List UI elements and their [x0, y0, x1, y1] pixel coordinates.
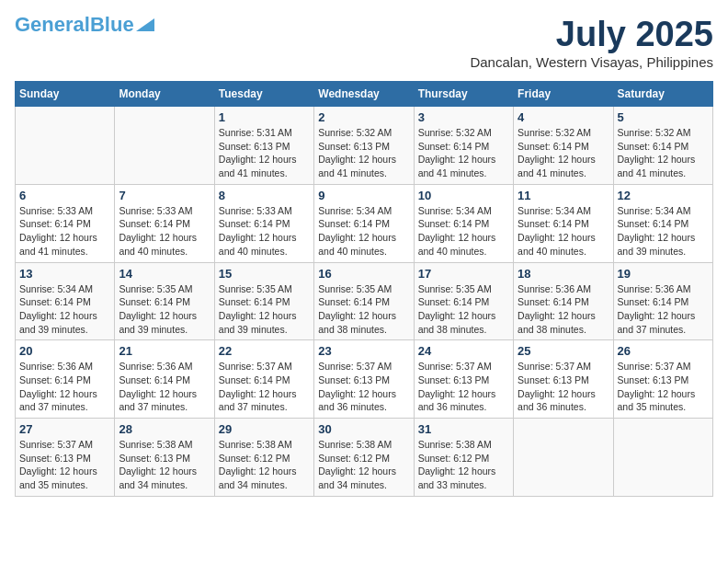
day-info: Sunrise: 5:37 AMSunset: 6:13 PMDaylight:…	[318, 361, 396, 412]
calendar-table: Sunday Monday Tuesday Wednesday Thursday…	[15, 81, 713, 497]
day-cell	[613, 419, 712, 497]
day-number: 13	[19, 267, 110, 281]
day-info: Sunrise: 5:36 AMSunset: 6:14 PMDaylight:…	[618, 283, 696, 335]
col-friday: Friday	[514, 82, 613, 107]
logo: GeneralBlue	[15, 15, 154, 35]
day-number: 29	[219, 422, 310, 436]
day-info: Sunrise: 5:37 AMSunset: 6:13 PMDaylight:…	[19, 439, 97, 490]
logo-icon	[136, 15, 154, 33]
day-info: Sunrise: 5:37 AMSunset: 6:14 PMDaylight:…	[219, 361, 297, 412]
day-info: Sunrise: 5:37 AMSunset: 6:13 PMDaylight:…	[418, 361, 496, 412]
day-number: 23	[318, 344, 409, 358]
day-number: 26	[618, 344, 709, 358]
day-cell: 20Sunrise: 5:36 AMSunset: 6:14 PMDayligh…	[16, 340, 115, 419]
day-number: 24	[418, 344, 509, 358]
day-cell: 28Sunrise: 5:38 AMSunset: 6:13 PMDayligh…	[115, 419, 214, 497]
day-info: Sunrise: 5:33 AMSunset: 6:14 PMDaylight:…	[219, 205, 297, 257]
week-row-3: 13Sunrise: 5:34 AMSunset: 6:14 PMDayligh…	[16, 262, 713, 340]
day-info: Sunrise: 5:38 AMSunset: 6:12 PMDaylight:…	[219, 439, 297, 490]
day-cell: 14Sunrise: 5:35 AMSunset: 6:14 PMDayligh…	[115, 262, 214, 340]
day-number: 16	[318, 267, 409, 281]
day-cell: 9Sunrise: 5:34 AMSunset: 6:14 PMDaylight…	[314, 184, 414, 262]
day-cell: 6Sunrise: 5:33 AMSunset: 6:14 PMDaylight…	[16, 184, 115, 262]
day-info: Sunrise: 5:38 AMSunset: 6:12 PMDaylight:…	[418, 439, 496, 490]
day-info: Sunrise: 5:34 AMSunset: 6:14 PMDaylight:…	[19, 283, 97, 335]
month-title: July 2025	[470, 15, 713, 54]
day-number: 2	[318, 110, 409, 124]
day-info: Sunrise: 5:34 AMSunset: 6:14 PMDaylight:…	[618, 205, 696, 257]
logo-text: GeneralBlue	[15, 15, 134, 35]
logo-general: General	[15, 13, 90, 36]
day-info: Sunrise: 5:34 AMSunset: 6:14 PMDaylight:…	[418, 205, 496, 257]
week-row-2: 6Sunrise: 5:33 AMSunset: 6:14 PMDaylight…	[16, 184, 713, 262]
day-cell: 16Sunrise: 5:35 AMSunset: 6:14 PMDayligh…	[314, 262, 414, 340]
day-number: 31	[418, 422, 509, 436]
day-info: Sunrise: 5:32 AMSunset: 6:14 PMDaylight:…	[518, 127, 596, 178]
col-thursday: Thursday	[414, 82, 513, 107]
day-info: Sunrise: 5:33 AMSunset: 6:14 PMDaylight:…	[119, 205, 197, 257]
day-number: 18	[518, 267, 609, 281]
day-number: 20	[19, 344, 110, 358]
day-cell: 24Sunrise: 5:37 AMSunset: 6:13 PMDayligh…	[414, 340, 513, 419]
day-number: 21	[119, 344, 210, 358]
title-block: July 2025 Dancalan, Western Visayas, Phi…	[470, 15, 713, 70]
col-monday: Monday	[115, 82, 214, 107]
day-info: Sunrise: 5:32 AMSunset: 6:14 PMDaylight:…	[618, 127, 696, 178]
day-cell	[115, 107, 214, 185]
day-number: 19	[618, 267, 709, 281]
day-info: Sunrise: 5:31 AMSunset: 6:13 PMDaylight:…	[219, 127, 297, 178]
day-number: 15	[219, 267, 310, 281]
col-sunday: Sunday	[16, 82, 115, 107]
col-tuesday: Tuesday	[214, 82, 313, 107]
day-number: 1	[219, 110, 310, 124]
day-number: 3	[418, 110, 509, 124]
day-number: 30	[318, 422, 409, 436]
week-row-1: 1Sunrise: 5:31 AMSunset: 6:13 PMDaylight…	[16, 107, 713, 185]
day-number: 6	[19, 189, 110, 202]
day-info: Sunrise: 5:36 AMSunset: 6:14 PMDaylight:…	[19, 361, 97, 412]
day-number: 25	[518, 344, 609, 358]
col-saturday: Saturday	[613, 82, 712, 107]
day-number: 7	[119, 189, 210, 202]
logo-blue: Blue	[90, 13, 134, 36]
col-wednesday: Wednesday	[314, 82, 414, 107]
day-info: Sunrise: 5:35 AMSunset: 6:14 PMDaylight:…	[219, 283, 297, 335]
day-info: Sunrise: 5:33 AMSunset: 6:14 PMDaylight:…	[19, 205, 97, 257]
week-row-4: 20Sunrise: 5:36 AMSunset: 6:14 PMDayligh…	[16, 340, 713, 419]
day-cell: 31Sunrise: 5:38 AMSunset: 6:12 PMDayligh…	[414, 419, 513, 497]
day-info: Sunrise: 5:34 AMSunset: 6:14 PMDaylight:…	[518, 205, 596, 257]
day-number: 9	[318, 189, 409, 202]
day-info: Sunrise: 5:35 AMSunset: 6:14 PMDaylight:…	[418, 283, 496, 335]
day-cell: 3Sunrise: 5:32 AMSunset: 6:14 PMDaylight…	[414, 107, 513, 185]
day-info: Sunrise: 5:38 AMSunset: 6:13 PMDaylight:…	[119, 439, 197, 490]
day-info: Sunrise: 5:36 AMSunset: 6:14 PMDaylight:…	[518, 283, 596, 335]
day-cell: 1Sunrise: 5:31 AMSunset: 6:13 PMDaylight…	[214, 107, 313, 185]
day-cell: 30Sunrise: 5:38 AMSunset: 6:12 PMDayligh…	[314, 419, 414, 497]
day-cell: 22Sunrise: 5:37 AMSunset: 6:14 PMDayligh…	[214, 340, 313, 419]
week-row-5: 27Sunrise: 5:37 AMSunset: 6:13 PMDayligh…	[16, 419, 713, 497]
day-cell: 23Sunrise: 5:37 AMSunset: 6:13 PMDayligh…	[314, 340, 414, 419]
day-number: 27	[19, 422, 110, 436]
day-info: Sunrise: 5:36 AMSunset: 6:14 PMDaylight:…	[119, 361, 197, 412]
day-cell: 5Sunrise: 5:32 AMSunset: 6:14 PMDaylight…	[613, 107, 712, 185]
day-cell: 27Sunrise: 5:37 AMSunset: 6:13 PMDayligh…	[16, 419, 115, 497]
page-header: GeneralBlue July 2025 Dancalan, Western …	[15, 15, 713, 70]
day-info: Sunrise: 5:34 AMSunset: 6:14 PMDaylight:…	[318, 205, 396, 257]
day-cell: 17Sunrise: 5:35 AMSunset: 6:14 PMDayligh…	[414, 262, 513, 340]
day-cell: 11Sunrise: 5:34 AMSunset: 6:14 PMDayligh…	[514, 184, 613, 262]
location-title: Dancalan, Western Visayas, Philippines	[470, 54, 713, 70]
day-cell: 26Sunrise: 5:37 AMSunset: 6:13 PMDayligh…	[613, 340, 712, 419]
day-info: Sunrise: 5:37 AMSunset: 6:13 PMDaylight:…	[518, 361, 596, 412]
header-row: Sunday Monday Tuesday Wednesday Thursday…	[16, 82, 713, 107]
day-cell: 13Sunrise: 5:34 AMSunset: 6:14 PMDayligh…	[16, 262, 115, 340]
day-number: 17	[418, 267, 509, 281]
day-cell: 15Sunrise: 5:35 AMSunset: 6:14 PMDayligh…	[214, 262, 313, 340]
day-cell: 21Sunrise: 5:36 AMSunset: 6:14 PMDayligh…	[115, 340, 214, 419]
day-cell: 25Sunrise: 5:37 AMSunset: 6:13 PMDayligh…	[514, 340, 613, 419]
day-info: Sunrise: 5:37 AMSunset: 6:13 PMDaylight:…	[618, 361, 696, 412]
svg-marker-0	[136, 18, 154, 31]
day-cell: 29Sunrise: 5:38 AMSunset: 6:12 PMDayligh…	[214, 419, 313, 497]
day-info: Sunrise: 5:35 AMSunset: 6:14 PMDaylight:…	[119, 283, 197, 335]
day-info: Sunrise: 5:32 AMSunset: 6:14 PMDaylight:…	[418, 127, 496, 178]
day-number: 4	[518, 110, 609, 124]
